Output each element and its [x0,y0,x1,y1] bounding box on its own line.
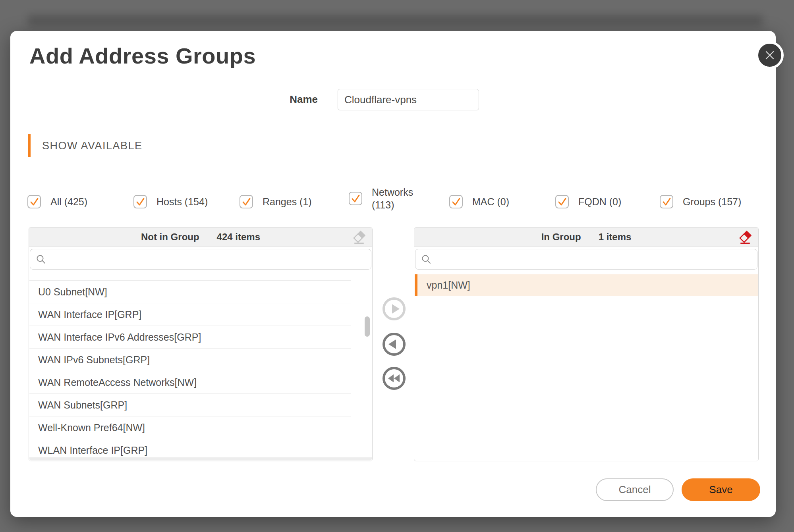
arrow-left-circle-icon [382,332,406,356]
filter-label: FQDN (0) [578,196,621,208]
panel-item-count: 1 items [599,231,632,243]
cancel-button[interactable]: Cancel [596,478,674,501]
filter-label: Ranges (1) [263,196,312,208]
dialog-title: Add Address Groups [29,43,256,69]
list-item[interactable]: WAN Subnets[GRP] [29,394,351,416]
checkbox-checked-icon[interactable] [449,195,463,208]
list-item-label: WAN RemoteAccess Networks[NW] [38,377,197,388]
filter-label: Groups (157) [683,196,741,208]
eraser-icon [352,230,366,244]
list-item[interactable]: U0 Subnet[NW] [29,281,351,303]
list-item-selected[interactable]: vpn1[NW] [415,274,758,296]
save-button[interactable]: Save [682,478,760,501]
checkbox-checked-icon[interactable] [240,195,253,208]
vertical-scrollbar-thumb[interactable] [365,316,370,337]
checkbox-checked-icon[interactable] [27,195,41,208]
list-item-label: WAN Subnets[GRP] [38,399,127,411]
available-list-rows: U0 Subnet[NW] WAN Interface IP[GRP] WAN … [29,274,351,461]
section-accent-bar [28,134,31,157]
move-left-button[interactable] [382,332,406,356]
selected-list: vpn1[NW] [415,274,758,461]
filter-checkbox-item[interactable]: Ranges (1) [240,188,312,215]
name-field-label: Name [258,93,318,106]
filter-checkbox-item[interactable]: All (425) [27,188,87,215]
list-item-label: WLAN Interface IP[GRP] [38,445,147,456]
filter-checkbox-item[interactable]: Groups (157) [660,188,741,215]
list-item-label: Well-Known Pref64[NW] [38,422,145,434]
list-item-label: U0 Subnet[NW] [38,286,107,298]
filter-checkbox-item[interactable]: MAC (0) [449,188,509,215]
move-right-button[interactable] [382,297,406,321]
filter-checkbox-item[interactable]: Networks (113) [349,180,421,217]
available-list: U0 Subnet[NW] WAN Interface IP[GRP] WAN … [29,274,372,461]
filter-label: MAC (0) [472,196,509,208]
horizontal-scrollbar-track[interactable] [29,457,372,461]
section-title: SHOW AVAILABLE [42,140,143,152]
filter-checkbox-item[interactable]: FQDN (0) [555,188,621,215]
list-item-label: vpn1[NW] [427,279,470,291]
list-item[interactable]: Well-Known Pref64[NW] [29,416,351,439]
arrow-right-circle-icon [382,297,406,321]
list-item[interactable]: WAN Interface IPv6 Addresses[GRP] [29,326,351,349]
eraser-icon [738,230,752,244]
in-group-panel: In Group 1 items [414,227,759,461]
selected-search-input[interactable] [435,249,757,269]
move-all-left-button[interactable] [382,366,406,390]
in-group-header: In Group 1 items [414,227,758,247]
panel-item-count: 424 items [217,231,260,243]
list-item[interactable]: WAN IPv6 Subnets[GRP] [29,349,351,371]
name-input[interactable] [338,89,479,110]
double-arrow-left-circle-icon [382,366,406,390]
close-button[interactable] [756,41,784,69]
checkbox-checked-icon[interactable] [555,195,569,208]
checkbox-checked-icon[interactable] [349,192,362,205]
checkbox-checked-icon[interactable] [133,195,147,208]
not-in-group-panel: Not in Group 424 items [29,227,373,461]
checkbox-checked-icon[interactable] [660,195,673,208]
add-address-groups-dialog: Add Address Groups Name SHOW AVAILABLE A… [10,31,776,517]
blurred-background-content [28,15,763,26]
magnifier-icon [36,254,46,264]
clear-available-button[interactable] [352,230,366,244]
filter-label: All (425) [50,196,87,208]
list-item-label: WAN Interface IPv6 Addresses[GRP] [38,332,201,343]
list-item-label: WAN Interface IP[GRP] [38,309,141,320]
list-item[interactable]: WAN Interface IP[GRP] [29,303,351,326]
available-search-input[interactable] [50,249,371,269]
panel-title: Not in Group [141,231,199,243]
filter-label: Networks (113) [372,186,421,212]
x-icon [764,49,776,61]
filter-checkbox-item[interactable]: Hosts (154) [133,188,208,215]
not-in-group-header: Not in Group 424 items [29,227,372,247]
list-item[interactable]: WAN RemoteAccess Networks[NW] [29,371,351,394]
selected-list-rows: vpn1[NW] [415,274,758,296]
available-search-box [30,249,371,270]
panel-title: In Group [541,231,581,243]
filter-label: Hosts (154) [156,196,208,208]
clear-selected-button[interactable] [738,230,752,244]
selected-search-box [415,249,757,270]
list-item-label: WAN IPv6 Subnets[GRP] [38,354,150,366]
magnifier-icon [421,254,431,264]
